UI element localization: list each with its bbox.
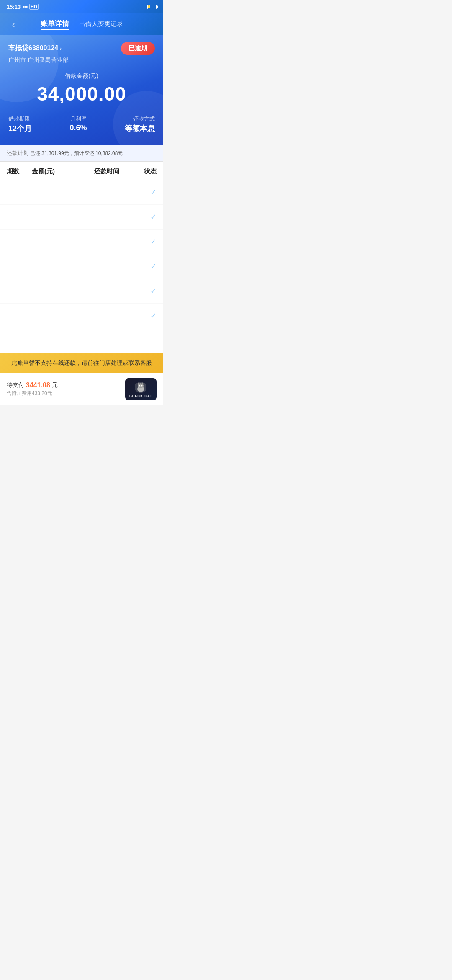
table-row: ✓ [0,230,163,254]
pending-label: 待支付 3441.08 元 [7,382,58,389]
loan-id[interactable]: 车抵贷63800124 › [8,44,62,53]
back-icon: ‹ [12,20,15,29]
notice-text: 此账单暂不支持在线还款，请前往门店处理或联系客服 [11,359,152,366]
loan-rate: 月利率 0.6% [70,115,87,134]
svg-point-4 [139,385,140,387]
cell-status-2: ✓ [131,212,157,222]
cell-status-4: ✓ [131,262,157,271]
hd-label: HD [29,4,39,10]
col-header-amount: 金额(元) [32,168,82,175]
pending-unit: 元 [52,382,58,389]
col-header-date: 还款时间 [82,168,131,175]
battery-fill [148,5,150,8]
term-label: 借款期限 [8,115,32,123]
back-button[interactable]: ‹ [7,18,20,31]
header-tabs: 账单详情 出借人变更记录 [20,19,143,30]
cell-status-1: ✓ [131,188,157,197]
status-left: 15:13 ▪▪▪ HD [7,4,39,10]
footer: 待支付 3441.08 元 含附加费用433.20元 [0,373,163,405]
method-label: 还款方式 [125,115,155,123]
black-cat-logo[interactable]: BLACK CAT [125,378,157,400]
cell-status-5: ✓ [131,286,157,296]
status-bar: 15:13 ▪▪▪ HD [0,0,163,13]
black-cat-icon [133,381,148,393]
col-header-period: 期数 [7,168,32,175]
repayment-summary-text: 已还 31,301.99元，预计应还 10,382.08元 [30,150,123,157]
table-row: ✓ [0,205,163,230]
col-header-status: 状态 [131,168,157,175]
loan-method: 还款方式 等额本息 [125,115,155,134]
table-row: ✓ [0,279,163,304]
repayment-plan-label: 还款计划 [7,150,28,157]
rate-value: 0.6% [70,124,87,132]
rate-label: 月利率 [70,115,87,123]
tab-lender-history[interactable]: 出借人变更记录 [79,20,123,29]
overdue-badge: 已逾期 [121,42,155,55]
loan-branch: 广州市 广州番禺营业部 [8,57,155,64]
svg-point-5 [141,385,143,387]
loan-id-text: 车抵贷63800124 [8,44,58,53]
time-display: 15:13 [7,4,21,10]
header: ‹ 账单详情 出借人变更记录 [0,13,163,35]
loan-card: 车抵贷63800124 › 已逾期 广州市 广州番禺营业部 借款金额(元) 34… [0,35,163,145]
table-row: ✓ [0,180,163,205]
battery-icon [147,5,157,9]
loan-amount-label: 借款金额(元) [8,72,155,80]
loan-amount: 34,000.00 [8,83,155,105]
table-header: 期数 金额(元) 还款时间 状态 [0,162,163,180]
status-right [147,5,157,9]
cell-status-6: ✓ [131,311,157,320]
table-body: ✓ ✓ ✓ ✓ ✓ ✓ [0,180,163,353]
svg-point-6 [141,387,141,387]
loan-id-chevron: › [60,46,62,52]
signal-icon: ▪▪▪ [22,4,28,10]
method-value: 等额本息 [125,124,155,134]
table-row: ✓ [0,304,163,328]
tab-bill-detail[interactable]: 账单详情 [41,19,69,30]
table-row: ✓ [0,254,163,279]
pending-amount: 3441.08 [26,382,50,389]
black-cat-label: BLACK CAT [129,394,152,398]
term-value: 12个月 [8,124,32,134]
table-row [0,328,163,353]
notice-bar: 此账单暂不支持在线还款，请前往门店处理或联系客服 [0,353,163,373]
pending-label-text: 待支付 [7,382,24,389]
loan-title-row: 车抵贷63800124 › 已逾期 [8,42,155,55]
extra-fee: 含附加费用433.20元 [7,390,58,397]
loan-meta: 借款期限 12个月 月利率 0.6% 还款方式 等额本息 [8,115,155,134]
cell-status-3: ✓ [131,237,157,246]
loan-term: 借款期限 12个月 [8,115,32,134]
summary-bar: 还款计划 已还 31,301.99元，预计应还 10,382.08元 [0,145,163,162]
footer-left: 待支付 3441.08 元 含附加费用433.20元 [7,382,58,397]
